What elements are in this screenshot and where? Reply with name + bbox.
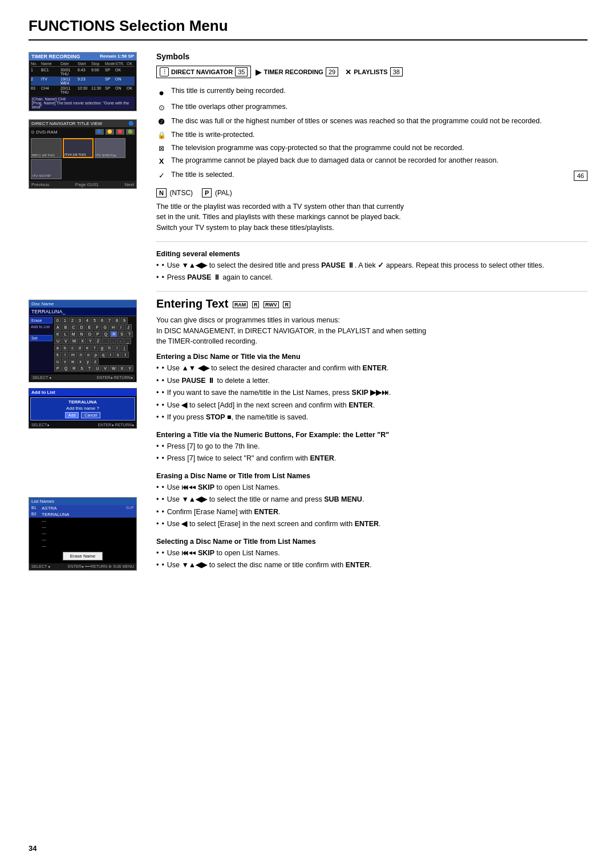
ntsc-pal-description: The title or the playlist was recorded w…	[156, 201, 587, 233]
symbol-recording: ● This title is currently being recorded…	[156, 86, 587, 99]
symbol-write-protected: 🔒 The title is write-protected.	[156, 130, 587, 140]
symbol-list: ● This title is currently being recorded…	[156, 86, 587, 181]
editing-section-title: Editing several elements	[156, 250, 587, 258]
symbol-overlaps: ⊙ The title overlaps other programmes.	[156, 102, 587, 113]
page-title: FUNCTIONS Selection Menu	[29, 17, 587, 41]
editing-bullet-1: • Use ▼▲◀▶ to select the desired title a…	[156, 261, 587, 271]
erase-bullets: • Use ⏮◀◀ SKIP to open List Names. • Use…	[156, 483, 587, 530]
selecting-bullets: • Use ⏮◀◀ SKIP to open List Names. • Use…	[156, 548, 587, 571]
nav-timer-recording: ▶ TIMER RECORDING 29	[253, 67, 341, 76]
symbol-damaged: X The programme cannot be played back du…	[156, 156, 587, 167]
disc-name-bullets: • Use ▲▼ ◀▶ to select the desired charac…	[156, 364, 587, 423]
list-names-screen: List Names B1ASTRASUP B2TERRALUNA --- --…	[29, 497, 137, 571]
ntsc-pal-block: N (NTSC) P (PAL) 46	[156, 189, 587, 197]
right-column: Symbols ⋮ DIRECT NAVIGATOR 35 ▶ TIMER RE…	[156, 52, 587, 579]
entering-text-section: Entering Text RAM R RWV R You can give d…	[156, 297, 587, 571]
timer-recording-screen: TIMER RECORDING Remain 1:58 SP No. Name …	[29, 52, 137, 111]
symbol-selected: ✓ The title is selected.	[156, 170, 587, 181]
numeric-section-title: Entering a Title via the Numeric Buttons…	[156, 431, 587, 439]
nav-bar: ⋮ DIRECT NAVIGATOR 35 ▶ TIMER RECORDING …	[156, 66, 587, 78]
direct-navigator-icon: ⋮	[160, 67, 169, 76]
direct-navigator-screen: DIRECT NAVIGATOR TITLE VIEW 🔵 ⊙ DVD-RAM …	[29, 119, 137, 189]
timer-screen-header: TIMER RECORDING Remain 1:58 SP	[29, 53, 136, 60]
erase-name-button[interactable]: Erase Name	[63, 552, 103, 560]
editing-bullets: • Use ▼▲◀▶ to select the desired title a…	[156, 261, 587, 283]
symbol-copy-protected: ⊠ The television programme was copy-prot…	[156, 143, 587, 154]
editing-bullet-2: • Press PAUSE ⏸ again to cancel.	[156, 273, 587, 283]
popup-add-button[interactable]: Add	[65, 412, 79, 418]
popup-cancel-button[interactable]: Cancel	[81, 412, 100, 418]
left-column: TIMER RECORDING Remain 1:58 SP No. Name …	[29, 52, 143, 579]
entering-text-desc: You can give discs or programmes titles …	[156, 315, 587, 347]
nav-playlists: ✕ PLAYLISTS 38	[343, 67, 405, 76]
symbol-disc-full: ❷ The disc was full or the highest numbe…	[156, 116, 587, 127]
nav-direct-navigator: ⋮ DIRECT NAVIGATOR 35	[156, 66, 251, 78]
numeric-bullets: • Press [7] to go to the 7th line. • Pre…	[156, 442, 587, 464]
text-entry-screen: Disc Name TERRALUNA_ Erase Add to List S…	[29, 300, 137, 382]
selecting-section-title: Selecting a Disc Name or Title from List…	[156, 538, 587, 546]
entering-text-title: Entering Text RAM R RWV R	[156, 297, 587, 310]
disc-name-section-title: Entering a Disc Name or Title via the Me…	[156, 353, 587, 361]
symbols-section-title: Symbols	[156, 52, 587, 61]
erase-section-title: Erasing a Disc Name or Title from List N…	[156, 472, 587, 480]
page-number: 34	[29, 844, 37, 853]
add-to-list-popup: Add to List TERRALUNA Add this name ? Ad…	[29, 388, 137, 429]
